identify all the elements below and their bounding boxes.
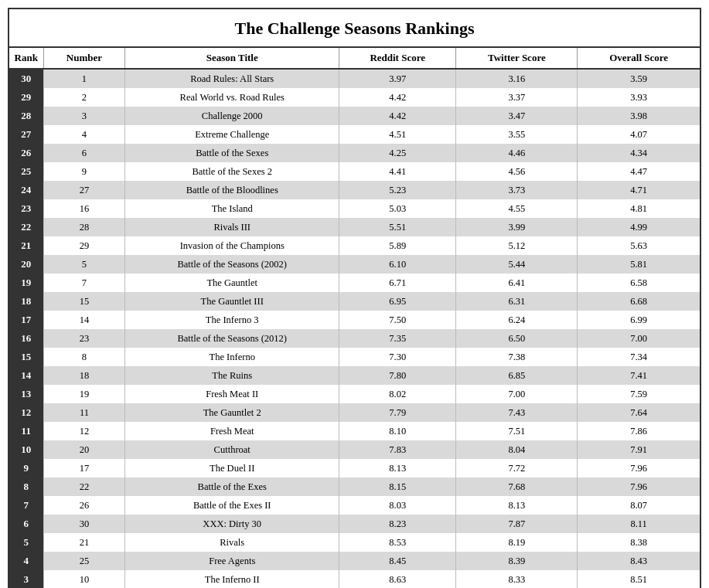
overall-score-cell: 7.91 <box>578 440 700 459</box>
rank-cell: 22 <box>9 218 43 236</box>
number-cell: 28 <box>43 218 125 236</box>
overall-score-cell: 8.51 <box>578 570 700 588</box>
table-row: 10 20 Cutthroat 7.83 8.04 7.91 <box>9 440 700 459</box>
overall-score-cell: 8.07 <box>578 496 700 515</box>
overall-score-cell: 6.68 <box>578 292 700 311</box>
table-row: 22 28 Rivals III 5.51 3.99 4.99 <box>9 218 700 236</box>
title-cell: The Gauntlet 2 <box>125 403 339 422</box>
number-cell: 20 <box>43 440 125 459</box>
twitter-score-cell: 6.85 <box>456 366 578 385</box>
table-row: 28 3 Challenge 2000 4.42 3.47 3.98 <box>9 107 700 125</box>
twitter-score-cell: 5.44 <box>456 255 578 274</box>
twitter-score-cell: 4.56 <box>456 162 578 181</box>
reddit-score-cell: 7.80 <box>339 366 456 385</box>
twitter-score-cell: 8.19 <box>456 533 578 552</box>
number-cell: 6 <box>43 144 125 162</box>
number-cell: 26 <box>43 496 125 515</box>
twitter-score-cell: 7.00 <box>456 385 578 403</box>
table-row: 4 25 Free Agents 8.45 8.39 8.43 <box>9 552 700 570</box>
table-row: 25 9 Battle of the Sexes 2 4.41 4.56 4.4… <box>9 162 700 181</box>
title-cell: Road Rules: All Stars <box>125 69 339 88</box>
number-cell: 10 <box>43 570 125 588</box>
col-title: Season Title <box>125 48 339 69</box>
number-cell: 8 <box>43 348 125 366</box>
rank-cell: 21 <box>9 236 43 255</box>
rank-cell: 8 <box>9 478 43 496</box>
table-row: 20 5 Battle of the Seasons (2002) 6.10 5… <box>9 255 700 274</box>
reddit-score-cell: 8.13 <box>339 459 456 478</box>
number-cell: 2 <box>43 88 125 107</box>
table-row: 15 8 The Inferno 7.30 7.38 7.34 <box>9 348 700 366</box>
rank-cell: 20 <box>9 255 43 274</box>
title-cell: The Inferno II <box>125 570 339 588</box>
overall-score-cell: 3.98 <box>578 107 700 125</box>
overall-score-cell: 6.99 <box>578 311 700 329</box>
overall-score-cell: 7.59 <box>578 385 700 403</box>
number-cell: 19 <box>43 385 125 403</box>
col-reddit: Reddit Score <box>339 48 456 69</box>
table-row: 8 22 Battle of the Exes 8.15 7.68 7.96 <box>9 478 700 496</box>
overall-score-cell: 7.86 <box>578 422 700 440</box>
rank-cell: 14 <box>9 366 43 385</box>
table-row: 29 2 Real World vs. Road Rules 4.42 3.37… <box>9 88 700 107</box>
number-cell: 14 <box>43 311 125 329</box>
twitter-score-cell: 6.50 <box>456 329 578 348</box>
overall-score-cell: 7.41 <box>578 366 700 385</box>
reddit-score-cell: 6.95 <box>339 292 456 311</box>
overall-score-cell: 6.58 <box>578 274 700 292</box>
table-row: 26 6 Battle of the Sexes 4.25 4.46 4.34 <box>9 144 700 162</box>
table-row: 6 30 XXX: Dirty 30 8.23 7.87 8.11 <box>9 515 700 533</box>
twitter-score-cell: 3.47 <box>456 107 578 125</box>
number-cell: 25 <box>43 552 125 570</box>
table-row: 14 18 The Ruins 7.80 6.85 7.41 <box>9 366 700 385</box>
overall-score-cell: 8.11 <box>578 515 700 533</box>
number-cell: 16 <box>43 199 125 218</box>
rank-cell: 11 <box>9 422 43 440</box>
table-row: 16 23 Battle of the Seasons (2012) 7.35 … <box>9 329 700 348</box>
overall-score-cell: 7.96 <box>578 459 700 478</box>
rank-cell: 4 <box>9 552 43 570</box>
table-row: 11 12 Fresh Meat 8.10 7.51 7.86 <box>9 422 700 440</box>
title-cell: Challenge 2000 <box>125 107 339 125</box>
table-row: 9 17 The Duel II 8.13 7.72 7.96 <box>9 459 700 478</box>
col-rank: Rank <box>9 48 43 69</box>
reddit-score-cell: 5.03 <box>339 199 456 218</box>
twitter-score-cell: 7.87 <box>456 515 578 533</box>
number-cell: 12 <box>43 422 125 440</box>
twitter-score-cell: 6.41 <box>456 274 578 292</box>
reddit-score-cell: 7.83 <box>339 440 456 459</box>
number-cell: 29 <box>43 236 125 255</box>
reddit-score-cell: 7.79 <box>339 403 456 422</box>
rank-cell: 29 <box>9 88 43 107</box>
table-row: 12 11 The Gauntlet 2 7.79 7.43 7.64 <box>9 403 700 422</box>
number-cell: 21 <box>43 533 125 552</box>
reddit-score-cell: 7.50 <box>339 311 456 329</box>
twitter-score-cell: 7.38 <box>456 348 578 366</box>
number-cell: 30 <box>43 515 125 533</box>
title-cell: Extreme Challenge <box>125 125 339 144</box>
title-cell: Battle of the Seasons (2012) <box>125 329 339 348</box>
overall-score-cell: 7.00 <box>578 329 700 348</box>
rank-cell: 3 <box>9 570 43 588</box>
title-cell: The Gauntlet III <box>125 292 339 311</box>
rank-cell: 27 <box>9 125 43 144</box>
title-cell: Battle of the Exes II <box>125 496 339 515</box>
rank-cell: 26 <box>9 144 43 162</box>
rank-cell: 23 <box>9 199 43 218</box>
twitter-score-cell: 7.68 <box>456 478 578 496</box>
rank-cell: 19 <box>9 274 43 292</box>
twitter-score-cell: 7.51 <box>456 422 578 440</box>
table-row: 27 4 Extreme Challenge 4.51 3.55 4.07 <box>9 125 700 144</box>
reddit-score-cell: 4.25 <box>339 144 456 162</box>
rank-cell: 12 <box>9 403 43 422</box>
overall-score-cell: 7.34 <box>578 348 700 366</box>
number-cell: 22 <box>43 478 125 496</box>
twitter-score-cell: 7.43 <box>456 403 578 422</box>
title-cell: The Inferno <box>125 348 339 366</box>
number-cell: 18 <box>43 366 125 385</box>
number-cell: 11 <box>43 403 125 422</box>
table-row: 13 19 Fresh Meat II 8.02 7.00 7.59 <box>9 385 700 403</box>
overall-score-cell: 3.59 <box>578 69 700 88</box>
twitter-score-cell: 5.12 <box>456 236 578 255</box>
twitter-score-cell: 3.37 <box>456 88 578 107</box>
